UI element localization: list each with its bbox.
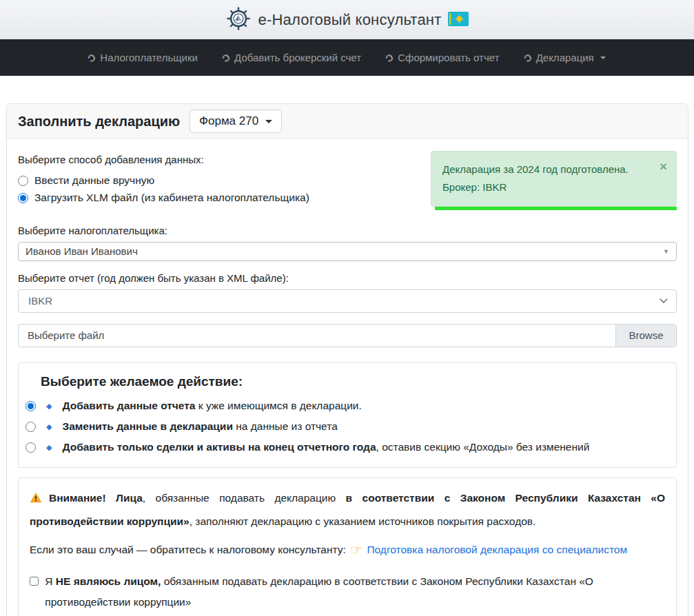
card-body: Выберите способ добавления данных: Ввест… bbox=[7, 139, 688, 616]
chevron-down-icon bbox=[660, 295, 667, 302]
page-title: Заполнить декларацию bbox=[18, 114, 180, 130]
main-navbar: Ɔ Налогоплательщики Ɔ Добавить брокерски… bbox=[0, 39, 694, 76]
browse-button[interactable]: Browse bbox=[615, 325, 676, 347]
form-270-label: Форма 270 bbox=[199, 114, 258, 128]
crescent-icon: Ɔ bbox=[522, 51, 533, 64]
method-and-alert-row: Выберите способ добавления данных: Ввест… bbox=[18, 151, 677, 210]
taxpayer-label: Выберите налогоплательщика: bbox=[18, 225, 677, 236]
warning-icon bbox=[30, 489, 42, 511]
method-label: Выберите способ добавления данных: bbox=[18, 154, 309, 165]
blue-diamond-icon: ◆ bbox=[46, 400, 52, 413]
alert-line1: Декларация за 2024 год подготовлена. bbox=[442, 161, 649, 178]
chevron-down-icon bbox=[265, 120, 272, 123]
radio-option-manual-entry[interactable]: Ввести данные вручную bbox=[18, 174, 309, 187]
action-title: Выберите желаемое действие: bbox=[41, 374, 665, 389]
main-content: Заполнить декларацию Форма 270 Выберите … bbox=[0, 76, 694, 616]
nav-item-add-broker-account[interactable]: Ɔ Добавить брокерский счет bbox=[223, 52, 361, 63]
chevron-down-icon bbox=[600, 57, 606, 59]
warning-box: Внимание! Лица, обязанные подавать декла… bbox=[18, 478, 677, 616]
report-select[interactable]: IBKR bbox=[18, 289, 677, 313]
taxpayer-select[interactable]: Иванов Иван Иванович ▼ bbox=[18, 242, 677, 261]
checkbox-label: Я НЕ являюсь лицом, обязанным подавать д… bbox=[45, 571, 665, 613]
success-alert: Декларация за 2024 год подготовлена. Бро… bbox=[431, 151, 677, 207]
alert-line2: Брокер: IBKR bbox=[442, 178, 649, 196]
crescent-icon: Ɔ bbox=[86, 51, 98, 64]
blue-diamond-icon: ◆ bbox=[46, 420, 52, 433]
file-placeholder: Выберите файл bbox=[19, 325, 615, 347]
manual-entry-radio[interactable] bbox=[18, 176, 28, 186]
kazakhstan-flag-icon bbox=[448, 12, 469, 28]
radio-option-upload-xml[interactable]: Загрузить XLM файл (из кабинета налогопл… bbox=[18, 192, 309, 204]
close-icon[interactable]: × bbox=[660, 160, 667, 173]
nav-item-label: Декларация bbox=[536, 52, 594, 63]
action-option-replace-data[interactable]: ◆ Заменить данные в декларации на данные… bbox=[25, 420, 665, 433]
crescent-icon: Ɔ bbox=[383, 51, 395, 64]
add-data-radio[interactable] bbox=[25, 401, 36, 411]
dropdown-arrow-icon: ▼ bbox=[663, 248, 669, 255]
crescent-icon: Ɔ bbox=[220, 51, 232, 64]
add-trades-only-radio[interactable] bbox=[25, 442, 36, 453]
upload-xml-radio[interactable] bbox=[18, 193, 28, 203]
card-header: Заполнить декларацию Форма 270 bbox=[7, 104, 688, 139]
nav-item-generate-report[interactable]: Ɔ Сформировать отчет bbox=[386, 52, 499, 63]
taxpayer-field: Выберите налогоплательщика: Иванов Иван … bbox=[18, 225, 677, 261]
app-title: е-Налоговый консультант bbox=[258, 11, 442, 29]
report-field: Выберите отчет (год должен быть указан в… bbox=[18, 272, 677, 313]
not-obligated-checkbox[interactable] bbox=[30, 576, 39, 586]
nav-item-declaration-dropdown[interactable]: Ɔ Декларация bbox=[524, 52, 606, 63]
radio-label: Ввести данные вручную bbox=[34, 174, 154, 187]
specialist-link[interactable]: Подготовка налоговой декларация со специ… bbox=[367, 544, 627, 555]
pointing-hand-icon: ☞ bbox=[350, 542, 363, 557]
warning-advice: Если это ваш случай — обратитесь к налог… bbox=[30, 537, 665, 563]
warning-text: Внимание! Лица, обязанные подавать декла… bbox=[30, 487, 665, 533]
blue-diamond-icon: ◆ bbox=[46, 441, 52, 454]
taxpayer-selected-value: Иванов Иван Иванович bbox=[25, 245, 138, 257]
nav-item-taxpayers[interactable]: Ɔ Налогоплательщики bbox=[88, 52, 198, 63]
nav-item-label: Налогоплательщики bbox=[100, 52, 198, 63]
action-option-label: Добавить только сделки и активы на конец… bbox=[62, 441, 589, 453]
alert-highlight-bar bbox=[435, 207, 677, 210]
method-group: Выберите способ добавления данных: Ввест… bbox=[18, 151, 309, 209]
not-obligated-checkbox-row[interactable]: Я НЕ являюсь лицом, обязанным подавать д… bbox=[30, 571, 665, 613]
report-label: Выберите отчет (год должен быть указан в… bbox=[18, 272, 677, 284]
action-option-add-trades-only[interactable]: ◆ Добавить только сделки и активы на кон… bbox=[25, 441, 665, 454]
report-selected-value: IBKR bbox=[28, 295, 52, 307]
ship-wheel-logo-icon bbox=[225, 6, 252, 34]
replace-data-radio[interactable] bbox=[25, 422, 36, 432]
nav-item-label: Сформировать отчет bbox=[398, 52, 499, 63]
radio-label: Загрузить XLM файл (из кабинета налогопл… bbox=[34, 192, 309, 204]
action-option-label: Заменить данные в декларации на данные и… bbox=[62, 420, 337, 433]
nav-item-label: Добавить брокерский счет bbox=[234, 52, 361, 63]
form-270-dropdown[interactable]: Форма 270 bbox=[190, 110, 282, 133]
action-option-add-data[interactable]: ◆ Добавить данные отчета к уже имеющимся… bbox=[25, 400, 665, 413]
action-group: Выберите желаемое действие: ◆ Добавить д… bbox=[18, 362, 677, 468]
alert-wrapper: Декларация за 2024 год подготовлена. Бро… bbox=[431, 151, 677, 210]
file-input[interactable]: Выберите файл Browse bbox=[18, 324, 677, 347]
app-header: е-Налоговый консультант bbox=[0, 0, 694, 39]
declaration-card: Заполнить декларацию Форма 270 Выберите … bbox=[6, 103, 688, 616]
action-option-label: Добавить данные отчета к уже имеющимся в… bbox=[62, 400, 361, 412]
